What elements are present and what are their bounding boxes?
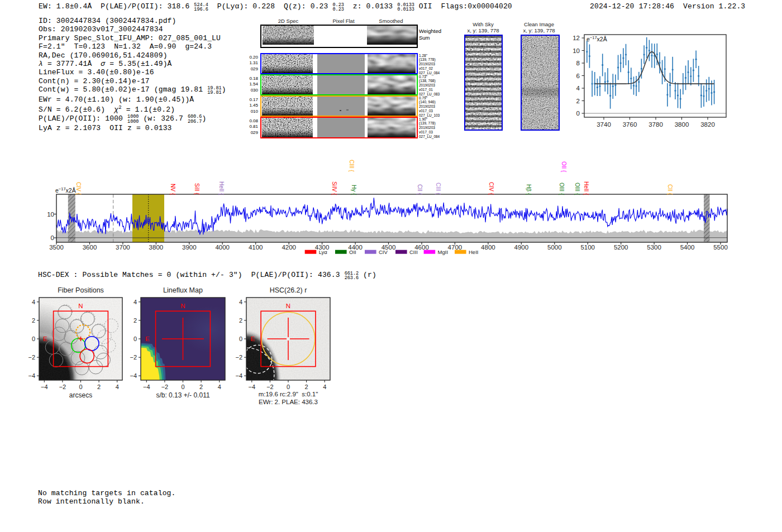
svg-text:0: 0 <box>239 336 242 342</box>
svg-text:5400: 5400 <box>680 244 695 251</box>
svg-text:2: 2 <box>133 317 137 324</box>
svg-text:2: 2 <box>32 317 35 324</box>
svg-text:4700: 4700 <box>448 244 462 251</box>
svg-text:EWr: 2. PLAE: 436.3: EWr: 2. PLAE: 436.3 <box>259 399 318 405</box>
svg-text:−2: −2 <box>130 354 137 361</box>
svg-text:10: 10 <box>47 211 54 218</box>
svg-text:3760: 3760 <box>623 121 637 128</box>
svg-text:0: 0 <box>51 234 54 241</box>
svg-text:12: 12 <box>573 35 580 41</box>
svg-text:3740: 3740 <box>597 121 611 128</box>
svg-text:3820: 3820 <box>700 121 715 128</box>
svg-text:3900: 3900 <box>182 244 197 251</box>
svg-text:s/b: 0.13 +/- 0.011: s/b: 0.13 +/- 0.011 <box>156 391 210 399</box>
svg-text:N: N <box>286 303 290 309</box>
svg-text:4200: 4200 <box>282 244 296 251</box>
svg-text:Lineflux Map: Lineflux Map <box>163 286 203 294</box>
svg-text:HeII: HeII <box>469 249 478 255</box>
svg-text:−2: −2 <box>28 354 35 361</box>
svg-text:CIV: CIV <box>379 249 388 255</box>
svg-text:−2: −2 <box>161 384 169 390</box>
svg-text:8: 8 <box>576 60 580 66</box>
svg-text:6: 6 <box>576 73 580 79</box>
svg-text:Fiber Positions: Fiber Positions <box>58 286 104 294</box>
svg-text:2: 2 <box>576 98 580 104</box>
svg-text:−2: −2 <box>59 384 66 390</box>
svg-text:−4: −4 <box>235 372 242 379</box>
svg-text:E: E <box>145 336 150 342</box>
svg-text:N: N <box>78 303 83 309</box>
svg-text:3800: 3800 <box>675 121 689 128</box>
svg-text:−4: −4 <box>143 384 150 390</box>
svg-text:CIII: CIII <box>409 249 418 255</box>
svg-text:2: 2 <box>97 384 101 390</box>
svg-text:0: 0 <box>287 384 290 390</box>
svg-text:Lyα: Lyα <box>319 249 328 255</box>
svg-text:4: 4 <box>133 299 137 305</box>
svg-text:5200: 5200 <box>614 244 628 251</box>
svg-text:0: 0 <box>181 384 184 390</box>
svg-text:4: 4 <box>239 299 242 305</box>
svg-text:HSC(26.2) r: HSC(26.2) r <box>270 286 307 294</box>
svg-text:e−17x2Å: e−17x2Å <box>586 35 607 42</box>
svg-text:MgII: MgII <box>438 249 448 255</box>
svg-text:10: 10 <box>573 47 580 54</box>
svg-text:N: N <box>180 303 185 309</box>
svg-text:4: 4 <box>323 384 326 390</box>
svg-text:−4: −4 <box>130 372 137 379</box>
svg-text:−4: −4 <box>28 372 35 379</box>
svg-text:arcsecs: arcsecs <box>69 391 92 399</box>
svg-text:4: 4 <box>218 384 221 390</box>
svg-text:4100: 4100 <box>249 244 263 251</box>
svg-text:2: 2 <box>199 384 203 390</box>
svg-text:0: 0 <box>133 336 137 342</box>
svg-text:5100: 5100 <box>580 244 595 251</box>
svg-text:3700: 3700 <box>116 244 130 251</box>
svg-text:e−17x2Å: e−17x2Å <box>55 186 76 194</box>
svg-text:5000: 5000 <box>547 244 562 251</box>
svg-text:4: 4 <box>576 85 580 92</box>
svg-text:E: E <box>251 336 255 342</box>
svg-text:2: 2 <box>239 317 242 324</box>
svg-text:4900: 4900 <box>514 244 529 251</box>
svg-text:2: 2 <box>305 384 308 390</box>
svg-text:E: E <box>43 336 47 342</box>
svg-text:3600: 3600 <box>83 244 97 251</box>
svg-text:4800: 4800 <box>481 244 495 251</box>
svg-text:0: 0 <box>576 110 580 117</box>
svg-text:−4: −4 <box>41 384 48 390</box>
svg-text:OII: OII <box>349 249 356 255</box>
svg-text:−2: −2 <box>235 354 242 361</box>
svg-text:3780: 3780 <box>649 121 663 128</box>
svg-text:0: 0 <box>79 384 82 390</box>
svg-text:3800: 3800 <box>149 244 164 251</box>
svg-text:0: 0 <box>32 336 35 342</box>
svg-text:−2: −2 <box>266 384 274 390</box>
svg-text:5300: 5300 <box>647 244 661 251</box>
svg-text:3500: 3500 <box>49 244 64 251</box>
svg-text:4: 4 <box>116 384 119 390</box>
svg-text:−4: −4 <box>249 384 256 390</box>
svg-text:5500: 5500 <box>713 244 728 251</box>
svg-text:4: 4 <box>32 299 35 305</box>
svg-text:m:19.6 rc:2.9" s:0.1": m:19.6 rc:2.9" s:0.1" <box>259 391 318 397</box>
svg-text:4000: 4000 <box>215 244 230 251</box>
